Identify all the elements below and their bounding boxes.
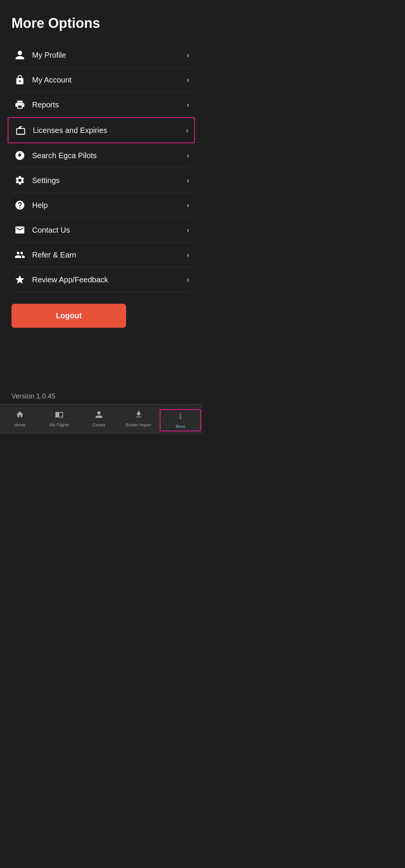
chevron-right-icon: › [187, 201, 189, 209]
dots-vertical-icon [176, 412, 185, 423]
nav-item-home[interactable]: Home [0, 408, 40, 432]
chevron-right-icon: › [187, 101, 189, 109]
version-text: Version 1.0.45 [0, 385, 202, 404]
menu-item-help[interactable]: Help › [11, 193, 191, 218]
menu-item-reports[interactable]: Reports › [11, 92, 191, 117]
page-title: More Options [11, 15, 191, 31]
star-icon [11, 274, 28, 285]
people-icon [11, 249, 28, 260]
menu-item-review-feedback[interactable]: Review App/Feedback › [11, 267, 191, 292]
menu-item-refer-earn[interactable]: Refer & Earn › [11, 243, 191, 267]
chevron-right-icon: › [187, 152, 189, 160]
chevron-right-icon: › [187, 51, 189, 59]
review-feedback-label: Review App/Feedback [32, 275, 187, 284]
contact-us-label: Contact Us [32, 226, 187, 235]
logout-button[interactable]: Logout [11, 304, 126, 328]
refer-earn-label: Refer & Earn [32, 251, 187, 259]
gear-icon [11, 175, 28, 186]
nav-item-roster-import[interactable]: Roster Import [119, 408, 159, 432]
briefcase-icon [12, 125, 29, 136]
licenses-expiries-label: Licenses and Expiries [33, 126, 186, 135]
bottom-nav: Home My Flights Career [0, 404, 202, 434]
help-label: Help [32, 201, 187, 210]
chevron-right-icon: › [186, 126, 188, 134]
career-icon [95, 410, 103, 421]
egca-icon [11, 150, 28, 161]
nav-my-flights-label: My Flights [50, 423, 69, 427]
chevron-right-icon: › [187, 226, 189, 234]
nav-home-label: Home [14, 423, 25, 427]
menu-list: My Profile › My Account › [11, 43, 191, 292]
my-profile-label: My Profile [32, 51, 187, 60]
nav-roster-import-label: Roster Import [126, 423, 151, 427]
chevron-right-icon: › [187, 177, 189, 185]
nav-item-more[interactable]: More [160, 409, 201, 431]
person-icon [11, 50, 28, 60]
nav-item-career[interactable]: Career [79, 408, 119, 432]
menu-item-my-account[interactable]: My Account › [11, 68, 191, 92]
nav-career-label: Career [92, 423, 105, 427]
my-account-label: My Account [32, 76, 187, 84]
chevron-right-icon: › [187, 251, 189, 259]
menu-item-licenses-expiries[interactable]: Licenses and Expiries › [8, 117, 195, 143]
reports-label: Reports [32, 100, 187, 109]
main-content: More Options My Profile › M [0, 0, 202, 385]
email-icon [11, 225, 28, 235]
page-container: More Options My Profile › M [0, 0, 202, 434]
nav-more-label: More [176, 424, 185, 429]
home-icon [16, 410, 24, 421]
menu-item-settings[interactable]: Settings › [11, 168, 191, 193]
print-icon [11, 99, 28, 110]
nav-item-my-flights[interactable]: My Flights [40, 408, 79, 432]
chevron-right-icon: › [187, 276, 189, 284]
search-egca-label: Search Egca Pilots [32, 151, 187, 160]
menu-item-my-profile[interactable]: My Profile › [11, 43, 191, 68]
menu-item-contact-us[interactable]: Contact Us › [11, 218, 191, 243]
settings-label: Settings [32, 176, 187, 185]
download-icon [134, 410, 143, 421]
menu-item-search-egca[interactable]: Search Egca Pilots › [11, 143, 191, 168]
book-icon [55, 410, 63, 421]
lock-icon [11, 74, 28, 85]
chevron-right-icon: › [187, 76, 189, 84]
question-icon [11, 200, 28, 211]
